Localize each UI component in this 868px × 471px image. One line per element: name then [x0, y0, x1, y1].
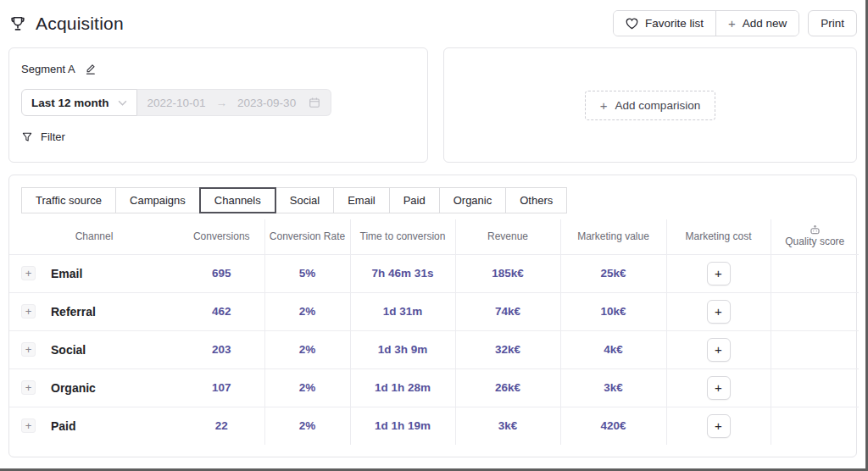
- marketing-value-value: 25k€: [560, 254, 666, 292]
- top-bar: Acquisition Favorite list + Add new Prin…: [0, 0, 865, 36]
- channel-name: Referral: [51, 305, 96, 319]
- tab-email[interactable]: Email: [333, 187, 390, 213]
- column-header-time-to-conversion: Time to conversion: [350, 219, 455, 254]
- channel-name: Social: [51, 343, 86, 357]
- edit-pencil-icon[interactable]: [85, 63, 97, 75]
- revenue-value: 3k€: [455, 407, 560, 445]
- add-marketing-cost-button[interactable]: +: [707, 414, 731, 438]
- conversions-value: 203: [179, 330, 264, 368]
- expand-row-button[interactable]: +: [21, 266, 36, 280]
- header-actions: Favorite list + Add new Print: [613, 10, 857, 36]
- add-marketing-cost-button[interactable]: +: [707, 300, 731, 324]
- revenue-value: 185k€: [455, 254, 560, 292]
- table-header-row: ChannelConversionsConversion RateTime to…: [9, 219, 859, 254]
- tab-organic[interactable]: Organic: [439, 187, 507, 213]
- marketing-value-value: 420€: [560, 407, 666, 445]
- channel-name: Paid: [51, 419, 76, 433]
- date-range-display[interactable]: 2022-10-01 → 2023-09-30: [137, 89, 331, 116]
- time-to-conversion-value: 1d 31m: [350, 292, 455, 330]
- report-panel: Traffic sourceCampaignsChannelsSocialEma…: [8, 175, 857, 457]
- conversions-value: 695: [179, 254, 264, 292]
- conversion-rate-value: 2%: [264, 330, 350, 368]
- marketing-value-value: 10k€: [560, 292, 666, 330]
- table-row: + Social 203 2% 1d 3h 9m 32k€ 4k€ +: [9, 330, 859, 368]
- conversions-value: 462: [179, 292, 264, 330]
- channel-name: Email: [51, 267, 82, 280]
- channels-table: ChannelConversionsConversion RateTime to…: [9, 219, 859, 445]
- expand-row-button[interactable]: +: [21, 380, 36, 395]
- add-comparison-button[interactable]: + Add comparision: [585, 91, 715, 120]
- segment-label: Segment A: [21, 63, 75, 75]
- favorite-list-button[interactable]: Favorite list: [614, 11, 715, 36]
- tab-traffic-source[interactable]: Traffic source: [21, 187, 116, 213]
- segment-panel: Segment A Last 12 month: [8, 47, 428, 163]
- tab-social[interactable]: Social: [275, 187, 334, 213]
- date-start: 2022-10-01: [147, 97, 206, 109]
- segment-row: Segment A: [21, 63, 415, 75]
- time-to-conversion-value: 1d 1h 19m: [350, 407, 455, 445]
- plus-icon: +: [600, 99, 608, 112]
- date-end: 2023-09-30: [237, 97, 296, 109]
- time-to-conversion-value: 1d 3h 9m: [350, 330, 455, 368]
- trophy-icon: [8, 14, 27, 33]
- column-header-quality-score: Quality score: [771, 219, 859, 254]
- tab-paid[interactable]: Paid: [389, 187, 440, 213]
- heart-icon: [626, 18, 638, 30]
- revenue-value: 74k€: [455, 292, 560, 330]
- plus-icon: +: [728, 17, 736, 30]
- marketing-value-value: 4k€: [560, 330, 666, 368]
- expand-row-button[interactable]: +: [21, 418, 36, 433]
- conversion-rate-value: 5%: [264, 254, 350, 292]
- filter-button[interactable]: Filter: [21, 130, 65, 143]
- expand-row-button[interactable]: +: [21, 304, 36, 319]
- marketing-value-value: 3k€: [560, 368, 666, 407]
- table-row: + Paid 22 2% 1d 1h 19m 3k€ 420€ +: [9, 407, 859, 445]
- channel-name: Organic: [51, 381, 96, 395]
- add-new-button[interactable]: + Add new: [715, 11, 798, 36]
- column-header-conversions: Conversions: [179, 219, 264, 254]
- expand-row-button[interactable]: +: [21, 342, 36, 357]
- add-marketing-cost-button[interactable]: +: [707, 338, 731, 362]
- conversion-rate-value: 2%: [264, 292, 350, 330]
- quality-score-cell: [771, 254, 859, 292]
- table-row: + Email 695 5% 7h 46m 31s 185k€ 25k€ +: [9, 254, 859, 292]
- date-range-control: Last 12 month 2022-10-01 → 2023-09-30: [21, 89, 331, 116]
- tab-channels[interactable]: Channels: [199, 187, 276, 213]
- filter-panels: Segment A Last 12 month: [8, 47, 857, 163]
- column-header-conversion-rate: Conversion Rate: [264, 219, 350, 254]
- column-header-marketing-value: Marketing value: [560, 219, 666, 254]
- app-window: Acquisition Favorite list + Add new Prin…: [0, 0, 868, 471]
- column-header-revenue: Revenue: [455, 219, 560, 254]
- quality-score-cell: [771, 330, 859, 368]
- column-header-marketing-cost: Marketing cost: [666, 219, 771, 254]
- revenue-value: 32k€: [455, 330, 560, 368]
- tab-campaigns[interactable]: Campaigns: [115, 187, 200, 213]
- conversions-value: 107: [179, 368, 264, 407]
- table-row: + Referral 462 2% 1d 31m 74k€ 10k€ +: [9, 292, 859, 330]
- quality-score-cell: [771, 407, 859, 445]
- quality-score-cell: [771, 292, 859, 330]
- time-to-conversion-value: 7h 46m 31s: [350, 254, 455, 292]
- chevron-down-icon: [118, 100, 127, 106]
- page-title-wrap: Acquisition: [8, 14, 124, 34]
- conversion-rate-value: 2%: [264, 407, 350, 445]
- table-row: + Organic 107 2% 1d 1h 28m 26k€ 3k€ +: [9, 368, 859, 407]
- comparison-panel: + Add comparision: [443, 47, 857, 163]
- header-button-group: Favorite list + Add new: [613, 10, 799, 36]
- quality-score-cell: [771, 368, 859, 407]
- period-select[interactable]: Last 12 month: [21, 89, 137, 116]
- revenue-value: 26k€: [455, 368, 560, 407]
- tabs: Traffic sourceCampaignsChannelsSocialEma…: [21, 187, 844, 213]
- add-marketing-cost-button[interactable]: +: [707, 262, 731, 285]
- time-to-conversion-value: 1d 1h 28m: [350, 368, 455, 407]
- calendar-icon: [309, 97, 320, 108]
- page-title: Acquisition: [36, 14, 124, 34]
- conversions-value: 22: [179, 407, 264, 445]
- table-body: + Email 695 5% 7h 46m 31s 185k€ 25k€ + +…: [9, 254, 859, 445]
- robot-icon: [810, 225, 821, 235]
- conversion-rate-value: 2%: [264, 368, 350, 407]
- arrow-right-icon: →: [216, 97, 228, 109]
- tab-others[interactable]: Others: [505, 187, 567, 213]
- print-button[interactable]: Print: [808, 10, 857, 36]
- add-marketing-cost-button[interactable]: +: [707, 376, 731, 400]
